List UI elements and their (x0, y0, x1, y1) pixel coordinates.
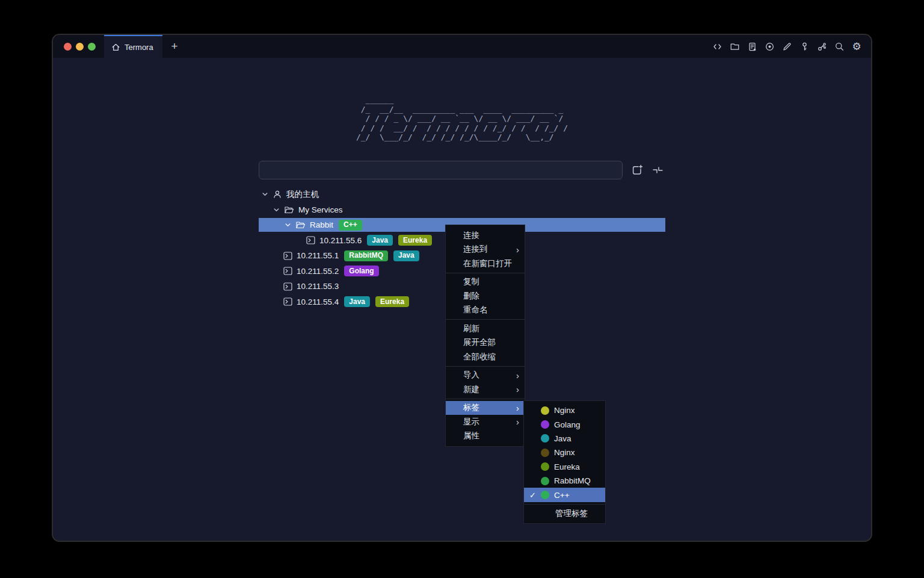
tag-label: C++ (554, 491, 570, 500)
log-file-icon[interactable] (747, 41, 757, 52)
menu-item-new[interactable]: 新建› (446, 382, 525, 397)
tag-label: Golang (554, 420, 581, 429)
menu-item-manage-tags[interactable]: 管理标签 (524, 506, 605, 521)
layout-toggle-button[interactable] (650, 163, 665, 178)
menu-item-label: 删除 (463, 291, 479, 302)
tag-item-cpp-checked[interactable]: ✓ C++ (524, 488, 605, 502)
menu-item-label: 属性 (463, 430, 479, 441)
open-folder-icon (295, 220, 306, 229)
code-icon[interactable] (712, 41, 722, 52)
quick-connect-input[interactable] (259, 161, 623, 179)
tag-item-nginx[interactable]: Nginx (524, 403, 605, 417)
submenu-arrow-icon: › (516, 417, 519, 426)
menu-item-label: 标签 (463, 402, 479, 413)
add-host-button[interactable] (629, 163, 644, 178)
tag-label: Java (554, 434, 571, 443)
menu-item-connect[interactable]: 连接 (446, 228, 525, 243)
new-tab-button[interactable]: + (162, 35, 186, 58)
menu-item-open-in-new-window[interactable]: 在新窗口打开 (446, 256, 525, 271)
terminal-icon (306, 236, 315, 244)
menu-item-expand-all[interactable]: 展开全部 (446, 336, 525, 350)
tag-color-dot (541, 406, 549, 415)
tag-item-nginx-2[interactable]: Nginx (524, 446, 605, 459)
tree-label: 10.211.55.1 (297, 251, 339, 260)
menu-separator (524, 504, 605, 505)
tree-label: 10.211.55.2 (297, 267, 339, 276)
menu-separator (446, 399, 525, 399)
menu-item-delete[interactable]: 删除 (446, 289, 525, 303)
submenu-arrow-icon: › (516, 245, 519, 254)
traffic-lights (53, 35, 104, 58)
plus-icon: + (171, 40, 177, 53)
app-window: Termora + (53, 35, 871, 541)
menu-item-import[interactable]: 导入› (446, 368, 525, 383)
tag-color-dot (541, 449, 549, 457)
tree-label: My Services (298, 205, 343, 214)
user-icon (273, 190, 282, 199)
menu-item-properties[interactable]: 属性 (446, 429, 525, 444)
tag-badge: RabbitMQ (344, 250, 388, 261)
tag-label: Eureka (554, 462, 580, 471)
menu-item-connect-to[interactable]: 连接到› (446, 243, 525, 257)
tag-badge: Java (367, 235, 393, 246)
tree-label: 10.211.55.4 (297, 297, 339, 306)
tag-item-golang[interactable]: Golang (524, 417, 605, 431)
quick-connect-row (259, 161, 663, 179)
terminal-icon (283, 282, 292, 291)
tag-badge: Golang (344, 266, 378, 276)
menu-item-label: 复制 (463, 276, 479, 287)
tag-item-rabbitmq[interactable]: RabbitMQ (524, 474, 605, 488)
checkmark-icon: ✓ (529, 491, 541, 500)
tag-badge: C++ (339, 220, 362, 231)
tag-badge: Eureka (375, 296, 409, 307)
menu-separator (446, 366, 525, 367)
menu-item-label: 在新窗口打开 (463, 258, 512, 269)
tag-item-eureka[interactable]: Eureka (524, 460, 605, 474)
tag-label: RabbitMQ (554, 476, 591, 485)
menu-item-refresh[interactable]: 刷新 (446, 322, 525, 336)
tab-termora[interactable]: Termora (104, 35, 162, 58)
terminal-icon (283, 297, 292, 306)
chevron-down-icon[interactable] (284, 221, 292, 229)
record-icon[interactable] (764, 41, 775, 52)
zoom-window-button[interactable] (88, 43, 96, 51)
home-icon (111, 43, 120, 52)
submenu-arrow-icon: › (516, 403, 519, 412)
titlebar: Termora + (53, 35, 871, 58)
submenu-arrow-icon: › (516, 371, 519, 380)
tag-badge: Eureka (398, 235, 432, 246)
tag-color-dot (541, 434, 549, 443)
search-icon[interactable] (834, 41, 845, 52)
minimize-window-button[interactable] (76, 43, 84, 51)
chevron-down-icon[interactable] (273, 206, 280, 214)
menu-item-rename[interactable]: 重命名 (446, 303, 525, 318)
tree-label: Rabbit (310, 220, 333, 229)
toolbar: ⚙ (712, 35, 871, 58)
settings-icon[interactable]: ⚙ (851, 41, 862, 52)
menu-item-label: 展开全部 (463, 337, 496, 348)
menu-item-label: 连接到 (463, 244, 488, 255)
edit-icon[interactable] (781, 41, 792, 52)
menu-separator (446, 273, 525, 273)
menu-item-label: 显示 (463, 417, 479, 427)
menu-item-label: 连接 (463, 230, 479, 241)
folder-icon[interactable] (729, 41, 740, 52)
menu-item-label: 新建 (463, 384, 479, 395)
chevron-down-icon[interactable] (261, 190, 269, 198)
tag-item-java[interactable]: Java (524, 432, 605, 446)
menu-item-tags[interactable]: 标签› (446, 401, 525, 415)
terminal-icon (283, 267, 292, 275)
ascii-logo: ______ /_ __/__ _________ ___ ____ _____… (356, 95, 568, 142)
tree-label: 我的主机 (286, 189, 319, 200)
tree-row-my-services[interactable]: My Services (53, 202, 871, 218)
menu-item-label: 导入 (463, 370, 479, 381)
close-window-button[interactable] (64, 43, 72, 51)
keychain-icon[interactable] (816, 41, 827, 52)
menu-item-copy[interactable]: 复制 (446, 275, 525, 290)
tag-badge: Java (393, 250, 419, 261)
tree-row-my-hosts[interactable]: 我的主机 (53, 187, 871, 202)
open-folder-icon (284, 205, 294, 214)
menu-item-display[interactable]: 显示› (446, 415, 525, 429)
menu-item-collapse-all[interactable]: 全部收缩 (446, 350, 525, 364)
key-icon[interactable] (799, 41, 810, 52)
